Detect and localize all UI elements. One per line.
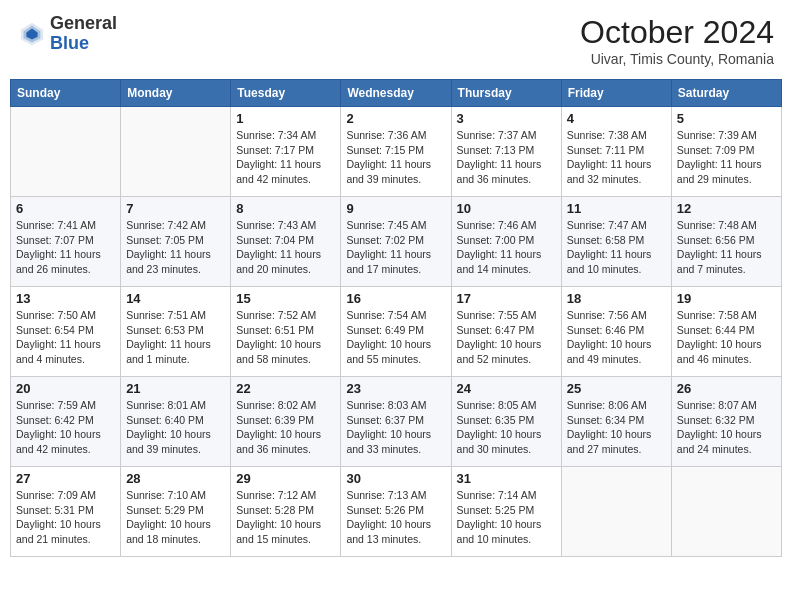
calendar-cell: 16Sunrise: 7:54 AM Sunset: 6:49 PM Dayli… — [341, 287, 451, 377]
day-number: 12 — [677, 201, 776, 216]
logo: General Blue — [18, 14, 117, 54]
day-detail: Sunrise: 8:06 AM Sunset: 6:34 PM Dayligh… — [567, 398, 666, 457]
calendar-cell: 30Sunrise: 7:13 AM Sunset: 5:26 PM Dayli… — [341, 467, 451, 557]
day-number: 25 — [567, 381, 666, 396]
logo-blue: Blue — [50, 34, 117, 54]
calendar-cell: 18Sunrise: 7:56 AM Sunset: 6:46 PM Dayli… — [561, 287, 671, 377]
day-number: 28 — [126, 471, 225, 486]
calendar-week-row: 6Sunrise: 7:41 AM Sunset: 7:07 PM Daylig… — [11, 197, 782, 287]
calendar-cell: 22Sunrise: 8:02 AM Sunset: 6:39 PM Dayli… — [231, 377, 341, 467]
day-number: 11 — [567, 201, 666, 216]
day-detail: Sunrise: 7:51 AM Sunset: 6:53 PM Dayligh… — [126, 308, 225, 367]
day-number: 6 — [16, 201, 115, 216]
calendar-cell: 21Sunrise: 8:01 AM Sunset: 6:40 PM Dayli… — [121, 377, 231, 467]
day-detail: Sunrise: 7:59 AM Sunset: 6:42 PM Dayligh… — [16, 398, 115, 457]
calendar-cell — [121, 107, 231, 197]
day-detail: Sunrise: 7:38 AM Sunset: 7:11 PM Dayligh… — [567, 128, 666, 187]
day-detail: Sunrise: 7:46 AM Sunset: 7:00 PM Dayligh… — [457, 218, 556, 277]
calendar-header-row: SundayMondayTuesdayWednesdayThursdayFrid… — [11, 80, 782, 107]
day-detail: Sunrise: 8:02 AM Sunset: 6:39 PM Dayligh… — [236, 398, 335, 457]
day-number: 24 — [457, 381, 556, 396]
calendar-cell: 8Sunrise: 7:43 AM Sunset: 7:04 PM Daylig… — [231, 197, 341, 287]
calendar-cell: 29Sunrise: 7:12 AM Sunset: 5:28 PM Dayli… — [231, 467, 341, 557]
calendar-cell: 20Sunrise: 7:59 AM Sunset: 6:42 PM Dayli… — [11, 377, 121, 467]
day-number: 7 — [126, 201, 225, 216]
weekday-header: Tuesday — [231, 80, 341, 107]
day-detail: Sunrise: 7:14 AM Sunset: 5:25 PM Dayligh… — [457, 488, 556, 547]
day-detail: Sunrise: 7:42 AM Sunset: 7:05 PM Dayligh… — [126, 218, 225, 277]
calendar-cell: 27Sunrise: 7:09 AM Sunset: 5:31 PM Dayli… — [11, 467, 121, 557]
calendar-cell — [11, 107, 121, 197]
calendar-cell: 28Sunrise: 7:10 AM Sunset: 5:29 PM Dayli… — [121, 467, 231, 557]
calendar-cell: 3Sunrise: 7:37 AM Sunset: 7:13 PM Daylig… — [451, 107, 561, 197]
day-detail: Sunrise: 7:54 AM Sunset: 6:49 PM Dayligh… — [346, 308, 445, 367]
day-detail: Sunrise: 7:13 AM Sunset: 5:26 PM Dayligh… — [346, 488, 445, 547]
day-detail: Sunrise: 7:09 AM Sunset: 5:31 PM Dayligh… — [16, 488, 115, 547]
day-detail: Sunrise: 7:37 AM Sunset: 7:13 PM Dayligh… — [457, 128, 556, 187]
calendar-cell: 11Sunrise: 7:47 AM Sunset: 6:58 PM Dayli… — [561, 197, 671, 287]
calendar-cell: 4Sunrise: 7:38 AM Sunset: 7:11 PM Daylig… — [561, 107, 671, 197]
day-number: 18 — [567, 291, 666, 306]
day-detail: Sunrise: 7:43 AM Sunset: 7:04 PM Dayligh… — [236, 218, 335, 277]
calendar-cell: 10Sunrise: 7:46 AM Sunset: 7:00 PM Dayli… — [451, 197, 561, 287]
day-detail: Sunrise: 7:56 AM Sunset: 6:46 PM Dayligh… — [567, 308, 666, 367]
location-subtitle: Uivar, Timis County, Romania — [580, 51, 774, 67]
day-number: 15 — [236, 291, 335, 306]
day-number: 21 — [126, 381, 225, 396]
day-detail: Sunrise: 7:47 AM Sunset: 6:58 PM Dayligh… — [567, 218, 666, 277]
day-number: 26 — [677, 381, 776, 396]
day-detail: Sunrise: 8:07 AM Sunset: 6:32 PM Dayligh… — [677, 398, 776, 457]
calendar-cell: 14Sunrise: 7:51 AM Sunset: 6:53 PM Dayli… — [121, 287, 231, 377]
weekday-header: Monday — [121, 80, 231, 107]
day-detail: Sunrise: 7:10 AM Sunset: 5:29 PM Dayligh… — [126, 488, 225, 547]
day-detail: Sunrise: 7:12 AM Sunset: 5:28 PM Dayligh… — [236, 488, 335, 547]
calendar-cell — [561, 467, 671, 557]
calendar-cell: 12Sunrise: 7:48 AM Sunset: 6:56 PM Dayli… — [671, 197, 781, 287]
calendar-week-row: 27Sunrise: 7:09 AM Sunset: 5:31 PM Dayli… — [11, 467, 782, 557]
day-number: 20 — [16, 381, 115, 396]
day-detail: Sunrise: 7:45 AM Sunset: 7:02 PM Dayligh… — [346, 218, 445, 277]
day-number: 8 — [236, 201, 335, 216]
calendar-cell: 19Sunrise: 7:58 AM Sunset: 6:44 PM Dayli… — [671, 287, 781, 377]
day-number: 10 — [457, 201, 556, 216]
day-number: 27 — [16, 471, 115, 486]
calendar-cell: 31Sunrise: 7:14 AM Sunset: 5:25 PM Dayli… — [451, 467, 561, 557]
calendar-cell: 24Sunrise: 8:05 AM Sunset: 6:35 PM Dayli… — [451, 377, 561, 467]
page-header: General Blue October 2024 Uivar, Timis C… — [10, 10, 782, 71]
weekday-header: Wednesday — [341, 80, 451, 107]
day-number: 31 — [457, 471, 556, 486]
day-detail: Sunrise: 7:41 AM Sunset: 7:07 PM Dayligh… — [16, 218, 115, 277]
day-detail: Sunrise: 7:50 AM Sunset: 6:54 PM Dayligh… — [16, 308, 115, 367]
logo-general: General — [50, 14, 117, 34]
calendar-week-row: 20Sunrise: 7:59 AM Sunset: 6:42 PM Dayli… — [11, 377, 782, 467]
calendar-cell: 13Sunrise: 7:50 AM Sunset: 6:54 PM Dayli… — [11, 287, 121, 377]
day-number: 9 — [346, 201, 445, 216]
calendar-week-row: 13Sunrise: 7:50 AM Sunset: 6:54 PM Dayli… — [11, 287, 782, 377]
day-detail: Sunrise: 7:48 AM Sunset: 6:56 PM Dayligh… — [677, 218, 776, 277]
day-detail: Sunrise: 7:36 AM Sunset: 7:15 PM Dayligh… — [346, 128, 445, 187]
weekday-header: Friday — [561, 80, 671, 107]
day-number: 3 — [457, 111, 556, 126]
day-detail: Sunrise: 8:01 AM Sunset: 6:40 PM Dayligh… — [126, 398, 225, 457]
calendar-cell: 7Sunrise: 7:42 AM Sunset: 7:05 PM Daylig… — [121, 197, 231, 287]
title-area: October 2024 Uivar, Timis County, Romani… — [580, 14, 774, 67]
day-number: 14 — [126, 291, 225, 306]
weekday-header: Saturday — [671, 80, 781, 107]
day-number: 2 — [346, 111, 445, 126]
month-title: October 2024 — [580, 14, 774, 51]
weekday-header: Sunday — [11, 80, 121, 107]
day-number: 22 — [236, 381, 335, 396]
calendar-week-row: 1Sunrise: 7:34 AM Sunset: 7:17 PM Daylig… — [11, 107, 782, 197]
day-detail: Sunrise: 7:34 AM Sunset: 7:17 PM Dayligh… — [236, 128, 335, 187]
day-number: 4 — [567, 111, 666, 126]
day-detail: Sunrise: 7:55 AM Sunset: 6:47 PM Dayligh… — [457, 308, 556, 367]
day-number: 17 — [457, 291, 556, 306]
calendar-cell: 17Sunrise: 7:55 AM Sunset: 6:47 PM Dayli… — [451, 287, 561, 377]
weekday-header: Thursday — [451, 80, 561, 107]
day-number: 1 — [236, 111, 335, 126]
calendar-cell: 5Sunrise: 7:39 AM Sunset: 7:09 PM Daylig… — [671, 107, 781, 197]
calendar-cell: 23Sunrise: 8:03 AM Sunset: 6:37 PM Dayli… — [341, 377, 451, 467]
day-detail: Sunrise: 7:39 AM Sunset: 7:09 PM Dayligh… — [677, 128, 776, 187]
calendar-cell: 9Sunrise: 7:45 AM Sunset: 7:02 PM Daylig… — [341, 197, 451, 287]
day-number: 5 — [677, 111, 776, 126]
